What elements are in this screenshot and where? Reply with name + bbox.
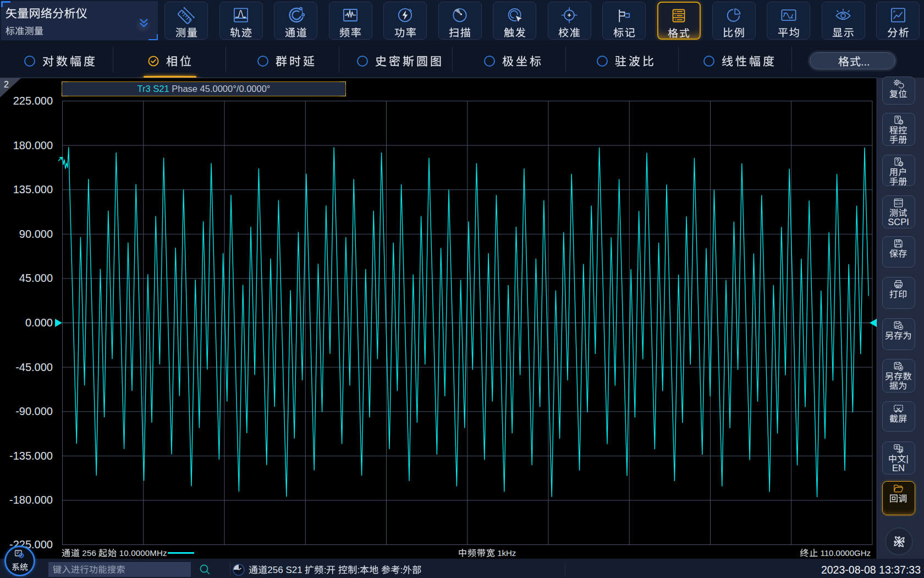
svg-text:En: En [899, 449, 902, 451]
svg-text:H: H [900, 162, 902, 166]
svg-text:2: 2 [4, 80, 9, 89]
svg-text:SCPI: SCPI [895, 202, 901, 205]
svg-text:P: P [900, 121, 902, 124]
